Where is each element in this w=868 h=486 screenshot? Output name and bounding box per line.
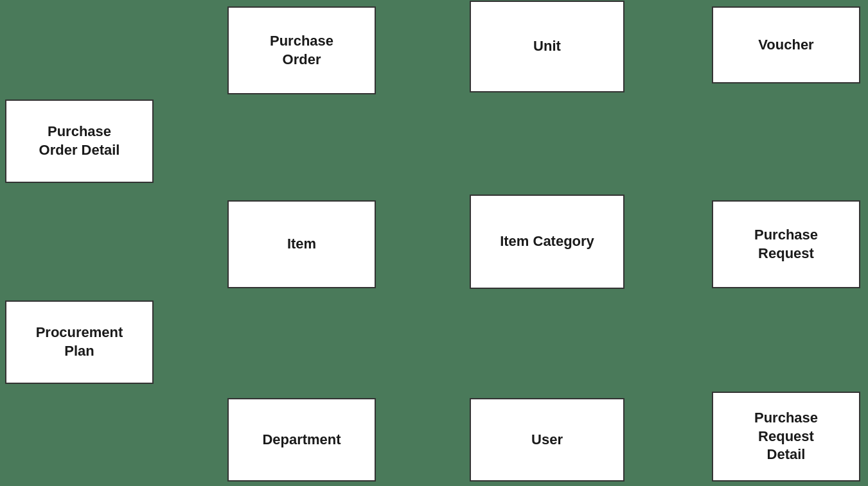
entity-box-purchase-order-detail[interactable]: Purchase Order Detail — [5, 100, 154, 183]
entity-label-user: User — [531, 431, 563, 449]
entity-box-voucher[interactable]: Voucher — [712, 6, 860, 83]
entity-box-item-category[interactable]: Item Category — [470, 195, 624, 289]
entity-box-user[interactable]: User — [470, 398, 624, 482]
entity-box-department[interactable]: Department — [227, 398, 376, 482]
entity-box-unit[interactable]: Unit — [470, 1, 624, 92]
entity-label-purchase-request-detail: Purchase Request Detail — [754, 409, 818, 464]
entity-label-department: Department — [262, 431, 341, 449]
entity-box-purchase-order[interactable]: Purchase Order — [227, 6, 376, 94]
entity-box-item[interactable]: Item — [227, 200, 376, 288]
entity-label-procurement-plan: Procurement Plan — [36, 324, 123, 360]
entity-label-item: Item — [287, 235, 316, 254]
entity-box-procurement-plan[interactable]: Procurement Plan — [5, 300, 154, 384]
entity-box-purchase-request-detail[interactable]: Purchase Request Detail — [712, 392, 860, 482]
entity-label-purchase-request: Purchase Request — [754, 226, 818, 263]
diagram-canvas: Purchase OrderUnitVoucherPurchase Order … — [0, 0, 868, 486]
entity-box-purchase-request[interactable]: Purchase Request — [712, 200, 860, 288]
entity-label-purchase-order-detail: Purchase Order Detail — [39, 123, 120, 159]
entity-label-item-category: Item Category — [500, 232, 594, 251]
entity-label-unit: Unit — [533, 37, 561, 56]
entity-label-voucher: Voucher — [758, 36, 813, 55]
entity-label-purchase-order: Purchase Order — [270, 32, 333, 69]
